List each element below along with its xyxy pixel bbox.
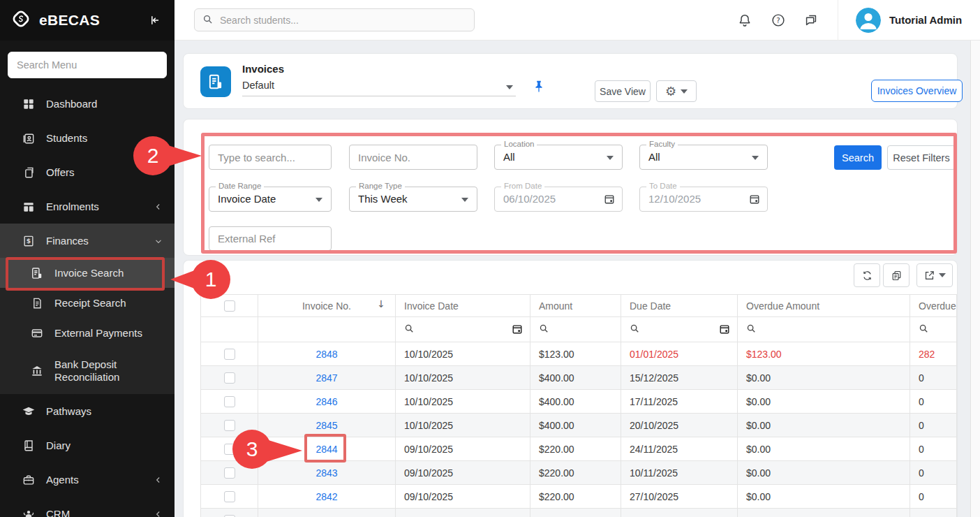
column-filter-overdue-by[interactable]: [910, 317, 957, 342]
notifications-button[interactable]: [736, 11, 754, 29]
page-title: Invoices: [242, 63, 284, 75]
column-header-invoice-date[interactable]: Invoice Date: [396, 295, 530, 316]
row-checkbox[interactable]: [224, 515, 235, 517]
sidebar-item-external-payments[interactable]: External Payments: [0, 318, 175, 348]
menu-search-input[interactable]: [8, 52, 167, 78]
column-header-overdue-by[interactable]: Overdue b: [910, 295, 957, 316]
table-row: 2847 10/10/2025 $400.00 15/12/2025 $0.00…: [201, 366, 957, 390]
column-filter-due-date[interactable]: [621, 317, 738, 342]
column-header-overdue-amount[interactable]: Overdue Amount: [738, 295, 910, 316]
pin-view-button[interactable]: [531, 79, 548, 96]
chevron-down-icon: [681, 89, 688, 94]
chevron-down-icon: [154, 236, 163, 246]
invoice-table-card: Invoice No. ↓ Invoice Date Amount Due Da…: [183, 260, 958, 517]
sidebar-item-finances[interactable]: $ Finances: [0, 224, 175, 258]
column-header-due-date[interactable]: Due Date: [621, 295, 738, 316]
copy-icon: [891, 270, 903, 282]
user-name[interactable]: Tutorial Admin: [889, 14, 962, 26]
calendar-icon[interactable]: [512, 323, 523, 337]
annotation-step-3-badge: 3: [232, 430, 309, 470]
invoices-module-icon: [200, 66, 231, 97]
table-row: 2842 09/10/2025 $220.00 27/10/2025 $0.00…: [201, 485, 957, 509]
svg-text:?: ?: [776, 17, 780, 24]
students-icon: [21, 131, 36, 146]
people-icon: [21, 507, 36, 517]
invoice-link[interactable]: 2845: [315, 420, 337, 431]
refresh-icon: [861, 270, 873, 282]
view-select[interactable]: Default: [242, 77, 516, 96]
topbar: ? Tutorial Admin: [175, 0, 980, 41]
row-checkbox[interactable]: [224, 372, 235, 384]
search-icon: [630, 323, 639, 335]
view-header-card: Invoices Default Save View ⚙ Invoices Ov…: [183, 53, 958, 109]
app-logo-icon: [10, 8, 32, 33]
column-filter-invoice-no[interactable]: [258, 317, 396, 342]
sidebar-item-bank-deposit-reconciliation[interactable]: Bank Deposit Reconciliation: [0, 348, 175, 394]
row-checkbox[interactable]: [224, 491, 235, 502]
invoices-overview-button[interactable]: Invoices Overview: [871, 80, 963, 102]
finances-icon: $: [21, 233, 36, 249]
invoice-link[interactable]: 2848: [315, 349, 337, 360]
dashboard-icon: [21, 96, 36, 112]
search-icon: [404, 323, 414, 335]
invoice-link[interactable]: 2842: [315, 491, 337, 502]
calendar-icon[interactable]: [719, 323, 730, 337]
sidebar-group-finances: $ Finances Invoice Search Receipt Search…: [0, 224, 175, 394]
export-icon: [923, 270, 935, 282]
save-view-button[interactable]: Save View: [595, 80, 651, 102]
column-filter-overdue-amount[interactable]: [738, 317, 910, 342]
search-icon: [539, 323, 549, 335]
help-icon: ?: [771, 13, 786, 28]
chevron-down-icon: [506, 85, 513, 89]
chevron-left-icon: [154, 509, 163, 517]
book-icon: [21, 438, 36, 453]
select-all-checkbox[interactable]: [224, 300, 235, 312]
sidebar-collapse-icon[interactable]: [145, 10, 165, 30]
graduation-cap-icon: [21, 404, 36, 419]
enrolments-icon: [21, 199, 36, 214]
sidebar-item-enrolments[interactable]: Enrolments: [0, 189, 175, 224]
annotation-box-filters: [201, 133, 957, 254]
sidebar-item-receipt-search[interactable]: Receipt Search: [0, 288, 175, 318]
column-filter-invoice-date[interactable]: [396, 317, 530, 342]
refresh-button[interactable]: [854, 263, 880, 287]
table-row: 2848 10/10/2025 $123.00 01/01/2025 $123.…: [201, 342, 957, 366]
row-checkbox[interactable]: [224, 396, 235, 407]
column-filter-amount[interactable]: [530, 317, 621, 342]
user-avatar[interactable]: [856, 8, 881, 33]
bell-icon: [737, 13, 752, 28]
sidebar-item-diary[interactable]: Diary: [0, 428, 175, 463]
help-button[interactable]: ?: [769, 11, 787, 29]
invoice-link[interactable]: 2843: [315, 467, 337, 479]
search-icon: [746, 323, 756, 335]
annotation-step-2-badge: 2: [133, 136, 210, 177]
table-filter-row: [201, 317, 957, 342]
view-settings-button[interactable]: ⚙: [656, 80, 697, 102]
table-header-row: Invoice No. ↓ Invoice Date Amount Due Da…: [201, 295, 957, 317]
invoice-link[interactable]: 2846: [315, 396, 337, 407]
svg-text:$: $: [27, 237, 31, 245]
invoice-link[interactable]: 2847: [315, 372, 337, 384]
annotation-box-invoice-2844: [304, 434, 346, 463]
credit-card-icon: [29, 326, 45, 341]
export-button[interactable]: [916, 263, 953, 287]
row-checkbox[interactable]: [224, 349, 235, 360]
copy-button[interactable]: [883, 263, 910, 287]
sort-desc-icon[interactable]: ↓: [377, 298, 385, 310]
offers-icon: [21, 165, 36, 180]
pin-icon: [531, 79, 547, 94]
sidebar-item-agents[interactable]: Agents: [0, 463, 175, 497]
search-icon: [919, 323, 928, 335]
sidebar-item-pathways[interactable]: Pathways: [0, 394, 175, 428]
sidebar-item-crm[interactable]: CRM: [0, 497, 175, 517]
chevron-left-icon: [154, 475, 163, 485]
gear-icon: ⚙: [665, 85, 676, 98]
search-icon: [202, 14, 213, 27]
student-search-input[interactable]: [194, 8, 475, 31]
sidebar-item-dashboard[interactable]: Dashboard: [0, 87, 175, 121]
feedback-button[interactable]: [802, 11, 820, 29]
page-scrollbar[interactable]: [970, 41, 980, 517]
column-header-amount[interactable]: Amount: [530, 295, 621, 316]
chat-icon: [803, 13, 819, 28]
column-header-invoice-no[interactable]: Invoice No. ↓: [258, 295, 396, 316]
